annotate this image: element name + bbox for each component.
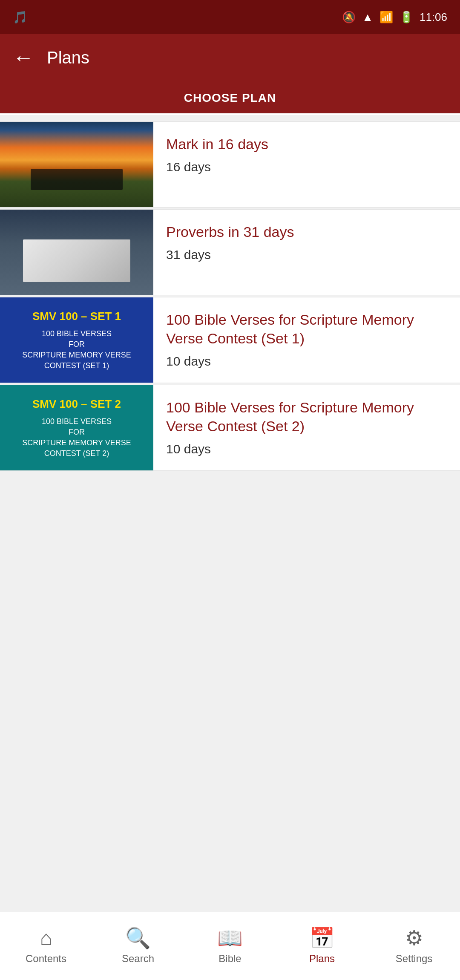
plan-info-proverbs: Proverbs in 31 days 31 days — [153, 210, 460, 295]
plan-title-smv2: 100 Bible Verses for Scripture Memory Ve… — [166, 398, 447, 435]
page-title: Plans — [47, 48, 89, 67]
plan-days-smv1: 10 days — [166, 354, 447, 369]
nav-item-contents[interactable]: ⌂ Contents — [0, 912, 92, 980]
battery-icon: 🔋 — [400, 11, 413, 24]
plan-info-smv1: 100 Bible Verses for Scripture Memory Ve… — [153, 297, 460, 383]
contents-icon: ⌂ — [40, 928, 52, 948]
nav-item-plans[interactable]: 📅 Plans — [276, 912, 368, 980]
thumbnail-image-bible — [0, 210, 153, 295]
thumbnail-image-smv1: SMV 100 – SET 1 100 BIBLE VERSES FOR SCR… — [0, 297, 153, 383]
wifi-icon: ▲ — [362, 11, 373, 24]
back-button[interactable]: ← — [13, 45, 34, 70]
plan-item-proverbs[interactable]: Proverbs in 31 days 31 days — [0, 209, 460, 295]
plan-days-mark: 16 days — [166, 160, 447, 174]
tab-choose-plan[interactable]: CHOOSE PLAN — [0, 81, 460, 115]
plan-title-smv1: 100 Bible Verses for Scripture Memory Ve… — [166, 310, 447, 348]
bottom-nav: ⌂ Contents 🔍 Search 📖 Bible 📅 Plans ⚙ Se… — [0, 912, 460, 980]
nav-label-search: Search — [122, 953, 154, 965]
mute-icon: 🔕 — [342, 11, 356, 24]
time-display: 11:06 — [420, 11, 447, 24]
thumbnail-image-smv2: SMV 100 – SET 2 100 BIBLE VERSES FOR SCR… — [0, 385, 153, 470]
plan-thumbnail-mark — [0, 122, 153, 207]
thumbnail-image-sunset — [0, 122, 153, 207]
plan-days-proverbs: 31 days — [166, 248, 447, 262]
settings-icon: ⚙ — [405, 928, 423, 948]
status-bar-left: 🎵 — [13, 10, 28, 24]
plan-list: Mark in 16 days 16 days Proverbs in 31 d… — [0, 115, 460, 479]
plan-info-smv2: 100 Bible Verses for Scripture Memory Ve… — [153, 385, 460, 470]
plan-thumbnail-smv1: SMV 100 – SET 1 100 BIBLE VERSES FOR SCR… — [0, 297, 153, 383]
bible-icon: 📖 — [217, 928, 243, 948]
plan-item-mark[interactable]: Mark in 16 days 16 days — [0, 121, 460, 208]
signal-icon: 📶 — [380, 11, 393, 24]
plan-info-mark: Mark in 16 days 16 days — [153, 122, 460, 207]
nav-label-settings: Settings — [396, 953, 433, 965]
tab-bar: CHOOSE PLAN — [0, 81, 460, 115]
nav-item-bible[interactable]: 📖 Bible — [184, 912, 276, 980]
status-bar: 🎵 🔕 ▲ 📶 🔋 11:06 — [0, 0, 460, 34]
nav-label-plans: Plans — [309, 953, 335, 965]
smv1-line1: SMV 100 – SET 1 — [32, 308, 121, 324]
plan-title-proverbs: Proverbs in 31 days — [166, 222, 447, 241]
smv2-line1: SMV 100 – SET 2 — [32, 396, 121, 412]
plan-days-smv2: 10 days — [166, 442, 447, 456]
plan-thumbnail-smv2: SMV 100 – SET 2 100 BIBLE VERSES FOR SCR… — [0, 385, 153, 470]
nav-item-settings[interactable]: ⚙ Settings — [368, 912, 460, 980]
search-icon: 🔍 — [125, 928, 151, 948]
nav-item-search[interactable]: 🔍 Search — [92, 912, 184, 980]
smv2-line2: 100 BIBLE VERSES FOR SCRIPTURE MEMORY VE… — [22, 416, 131, 459]
plan-item-smv1[interactable]: SMV 100 – SET 1 100 BIBLE VERSES FOR SCR… — [0, 297, 460, 383]
plan-title-mark: Mark in 16 days — [166, 135, 447, 153]
nav-label-contents: Contents — [26, 953, 66, 965]
content-spacer — [0, 479, 460, 564]
status-bar-right: 🔕 ▲ 📶 🔋 11:06 — [342, 11, 447, 24]
nav-label-bible: Bible — [218, 953, 241, 965]
plan-item-smv2[interactable]: SMV 100 – SET 2 100 BIBLE VERSES FOR SCR… — [0, 385, 460, 471]
smv1-line2: 100 BIBLE VERSES FOR SCRIPTURE MEMORY VE… — [22, 329, 131, 372]
plan-thumbnail-proverbs — [0, 210, 153, 295]
media-icon: 🎵 — [13, 10, 28, 24]
app-bar: ← Plans — [0, 34, 460, 81]
plans-icon: 📅 — [309, 928, 335, 948]
plan-content: Mark in 16 days 16 days Proverbs in 31 d… — [0, 115, 460, 912]
